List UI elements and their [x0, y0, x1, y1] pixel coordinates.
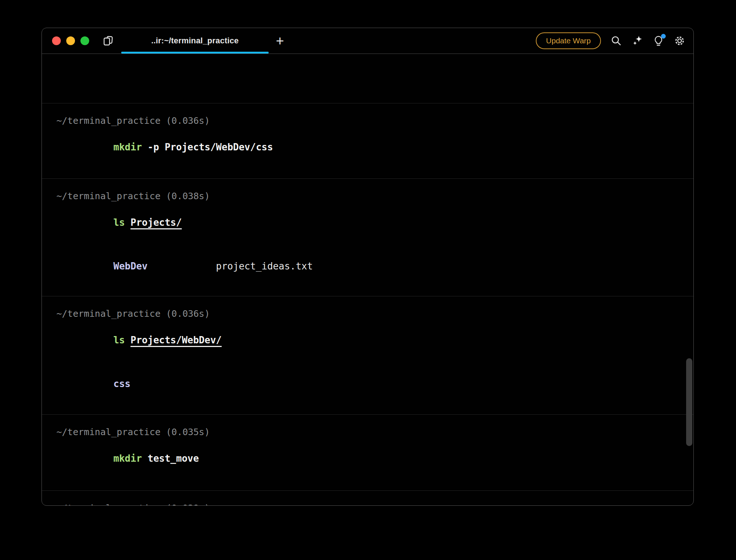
- plus-icon: +: [276, 35, 284, 46]
- command-line[interactable]: ls Projects/WebDev/: [56, 320, 693, 360]
- update-warp-button[interactable]: Update Warp: [536, 32, 601, 49]
- command-line[interactable]: ls Projects/: [56, 203, 693, 242]
- command-line[interactable]: mkdir test_move: [56, 439, 693, 478]
- output-token: WebDev: [114, 261, 148, 272]
- command-block[interactable]: ~/terminal_practice (0.035s) mkdir test_…: [42, 414, 693, 490]
- minimize-button[interactable]: [66, 36, 75, 45]
- prompt-context: ~/terminal_practice (0.036s): [56, 307, 693, 320]
- command-block[interactable]: ~/terminal_practice (0.036s) ls Projects…: [42, 296, 693, 414]
- command-output: css: [56, 364, 693, 403]
- tab-title: ..ir:~/terminal_practice: [151, 36, 238, 46]
- tips-button[interactable]: [653, 35, 664, 47]
- command-line[interactable]: mkdir -p Projects/WebDev/css: [56, 127, 693, 167]
- active-tab-indicator: [121, 52, 269, 54]
- command-token: mkdir: [114, 453, 142, 464]
- output-token: project_ideas.txt: [216, 261, 313, 272]
- command-block[interactable]: ~/terminal_practice (0.038s) ls Projects…: [42, 178, 693, 296]
- tab-terminal-practice[interactable]: ..ir:~/terminal_practice: [121, 28, 269, 54]
- command-token: -p Projects/WebDev/css: [142, 142, 273, 153]
- output-token: [147, 261, 216, 272]
- output-token: css: [114, 378, 131, 389]
- terminal-content: ~/terminal_practice (0.036s) mkdir -p Pr…: [42, 54, 693, 505]
- command-block[interactable]: ~/terminal_practice (0.036s) mkdir -p Pr…: [42, 103, 693, 178]
- prompt-context: ~/terminal_practice (0.038s): [56, 190, 693, 203]
- new-tab-button[interactable]: +: [276, 35, 284, 46]
- prompt-context: ~/terminal_practice (0.039s): [56, 502, 693, 505]
- scrolled-block-remainder: [42, 54, 693, 103]
- command-token: mkdir: [114, 142, 142, 153]
- bookmarks-button[interactable]: [102, 35, 114, 47]
- zoom-button[interactable]: [80, 36, 89, 45]
- settings-button[interactable]: [674, 35, 685, 47]
- command-token: [125, 335, 131, 346]
- traffic-lights: [52, 36, 89, 45]
- prompt-context: ~/terminal_practice (0.035s): [56, 426, 693, 439]
- search-icon: [610, 35, 622, 47]
- command-token: Projects/WebDev/: [131, 335, 222, 346]
- command-output: WebDev project_ideas.txt: [56, 247, 693, 286]
- notification-dot: [661, 34, 666, 39]
- ai-sparkles-button[interactable]: [632, 35, 643, 47]
- scrollbar-thumb[interactable]: [686, 358, 692, 446]
- gear-icon: [674, 35, 685, 47]
- close-button[interactable]: [52, 36, 61, 45]
- search-button[interactable]: [610, 35, 622, 47]
- command-token: ls: [114, 335, 125, 346]
- prompt-context: ~/terminal_practice (0.036s): [56, 114, 693, 127]
- command-block[interactable]: ~/terminal_practice (0.039s) mv test_mov…: [42, 490, 693, 505]
- command-token: Projects/: [131, 217, 182, 228]
- sparkles-icon: [632, 35, 643, 47]
- book-icon: [102, 35, 114, 47]
- command-token: test_move: [142, 453, 199, 464]
- title-bar: ..ir:~/terminal_practice + Update Warp: [42, 28, 693, 54]
- command-token: ls: [114, 217, 125, 228]
- app-window: ..ir:~/terminal_practice + Update Warp: [41, 28, 694, 506]
- command-token: [125, 217, 131, 228]
- screen: ..ir:~/terminal_practice + Update Warp: [0, 0, 736, 560]
